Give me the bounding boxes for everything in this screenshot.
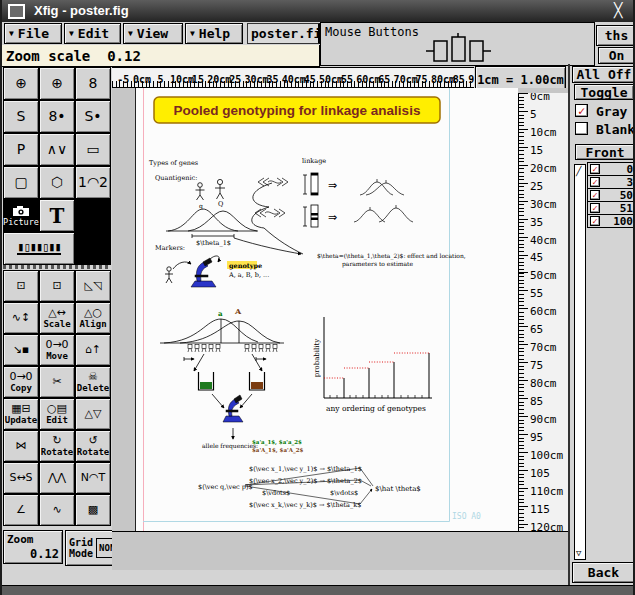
blank-checkbox[interactable] [575,122,588,135]
draw-tool-icon: 8• [48,109,65,124]
ruler-tick-label: 5 [530,106,563,124]
picture-tool-button[interactable]: Picture [3,199,39,232]
depths-scrollbar[interactable]: ╱ ▽ [574,164,586,560]
ruler-tick-label: 55 [530,285,563,303]
edit-tool-button[interactable]: ○▤ Edit [39,398,75,430]
menu-view[interactable]: ▼ View [123,23,183,44]
edit-tool-button[interactable]: ⊡ [3,270,39,302]
depth-checkbox[interactable]: ✓ [590,177,600,187]
ruler-tick-label: 75 [530,357,563,375]
pulldown-arrow-icon: ▼ [9,30,14,38]
edit-tool-button[interactable]: ∿↕ [3,302,39,334]
depth-checkbox[interactable]: ✓ [590,216,600,226]
depth-item[interactable]: ✓ 100 [587,214,635,228]
depth-checkbox[interactable]: ✓ [590,190,600,200]
edit-tool-button[interactable]: 0→0 Move [39,334,75,366]
edit-tool-button[interactable]: ◺◹ [75,270,111,302]
draw-tool-button[interactable]: P [3,133,39,166]
ruler-tick-label: 10cm [530,124,563,142]
back-button[interactable]: Back [572,562,635,583]
canvas-drawing[interactable]: ISO A0 Pooled genotyping for linkage ana… [112,88,518,532]
menu-file[interactable]: ▼ File [4,23,62,44]
edit-tool-button[interactable]: ↘▪ [3,334,39,366]
canvas-area[interactable]: ISO A0 Pooled genotyping for linkage ana… [112,88,568,570]
edit-tool-button[interactable]: ↻ Rotate [39,430,75,462]
edit-tool-button[interactable]: S↔S [3,462,39,494]
top-ruler[interactable]: -50cm510cm1520cm2530cm3540cm4550cm5560cm… [112,67,474,88]
edit-tool-button[interactable]: ⊡ [39,270,75,302]
depth-item[interactable]: ✓ 0 [587,162,635,176]
depth-item[interactable]: ✓ 3 [587,175,635,189]
check-icon: ✓ [592,217,597,225]
camera-icon [12,205,30,217]
menu-help[interactable]: ▼ Help [185,23,243,44]
draw-tool-button[interactable]: ⊕ [3,67,39,100]
edit-tool-label: Scale [43,319,70,329]
draw-tool-button[interactable]: S• [75,100,111,133]
draw-tool-button[interactable]: 8• [39,100,75,133]
editing-mode-panel: ⊡ ⊡ ◺◹ ∿↕ △↔ Scale △○ [3,270,111,526]
edit-tool-icon: ↻ [52,435,61,447]
edit-tool-label: Edit [46,415,68,425]
draw-tool-button[interactable]: 8 [75,67,111,100]
draw-tool-button[interactable]: 1◠2 [75,166,111,199]
allele-a-green: a [218,309,223,318]
tree-row2: $(\vec x_2,\vec y_2)$ → $\theta_2$ [249,477,362,485]
check-icon: ✓ [592,178,597,186]
zoom-button[interactable]: Zoom 0.12 [3,530,63,564]
edit-tool-button[interactable]: ☠ Delete [75,366,111,398]
ruler-tick-label: 50cm [530,267,563,285]
edit-tool-button[interactable]: ⋀⋀ [39,462,75,494]
edit-tool-button[interactable]: ✂ [39,366,75,398]
depth-list: ✓ 0 ✓ 3 ✓ 50 ✓ 51 ✓ 100 [587,163,635,228]
depth-checkbox[interactable]: ✓ [590,164,600,174]
depth-item[interactable]: ✓ 51 [587,201,635,215]
edit-tool-button[interactable]: ⌂↑ [75,334,111,366]
draw-tool-button[interactable]: S [3,100,39,133]
gray-checkbox[interactable]: ✓ [575,104,588,117]
edit-tool-button[interactable]: ▩ [75,494,111,526]
window-menu-icon[interactable] [8,4,25,19]
text-tool-button[interactable]: T [39,199,75,232]
edit-tool-button[interactable]: ↺ Rotate [75,430,111,462]
draw-tool-icon: 8 [89,76,98,91]
picture-tool-label: Picture [3,217,39,227]
edit-tool-icon: ⊡ [52,280,61,292]
scrollbar-thumb-icon: ╱ [576,166,581,176]
edit-tool-button[interactable]: 0→0 Copy [3,366,39,398]
draw-tool-button[interactable]: ▢ [3,166,39,199]
edit-tool-button[interactable]: △○ Align [75,302,111,334]
library-tool-button[interactable]: ▮▯▮▮▯▮▮ [3,232,75,265]
scroll-down-icon[interactable]: ▽ [576,548,581,558]
edit-tool-button[interactable]: N◠T [75,462,111,494]
close-icon[interactable]: ╳ [614,2,622,18]
side-ruler-labels: 0cm510cm1520cm2530cm3540cm4550cm5560cm65… [530,93,563,532]
menu-edit[interactable]: ▼ Edit [64,23,121,44]
draw-tool-button[interactable]: ⬡ [39,166,75,199]
allele-Q-label: Q [218,200,223,208]
edit-tool-button[interactable]: ▦⊟ Update [3,398,39,430]
depth-item[interactable]: ✓ 50 [587,188,635,202]
toggle-button[interactable]: Toggle [574,84,634,100]
implies-arrow-1: ⇒ [328,179,337,191]
draw-tool-button[interactable]: ▭ [75,133,111,166]
edit-tool-button[interactable]: △▽ [75,398,111,430]
depth-checkbox[interactable]: ✓ [590,203,600,213]
edit-tool-button[interactable]: ∠ [3,494,39,526]
edit-tool-label: Delete [77,383,110,393]
edit-tool-button[interactable]: ⋈ [3,430,39,462]
draw-tool-button[interactable]: ∧∨ [39,133,75,166]
library-books-icon: ▮▯▮▮▯▮▮ [17,242,61,252]
all-on-button[interactable]: On [598,47,635,64]
edit-tool-button[interactable]: ∿ [39,494,75,526]
edit-tool-button[interactable]: △↔ Scale [39,302,75,334]
edit-tool-icon: ⋀⋀ [48,472,66,484]
drawing-mode-panel: ⊕ ⊕ 8 S 8• S• P [3,67,111,199]
draw-tool-button[interactable]: ⊕ [39,67,75,100]
draw-tool-icon: P [17,142,25,157]
ruler-tick-label: 15 [530,142,563,160]
front-button[interactable]: Front [575,144,635,160]
all-off-button[interactable]: All Off [572,66,635,83]
side-ruler[interactable]: 0cm510cm1520cm2530cm3540cm4550cm5560cm65… [518,93,568,532]
freq-green-text: $a'a_1$, $a'a_2$ [252,439,302,446]
